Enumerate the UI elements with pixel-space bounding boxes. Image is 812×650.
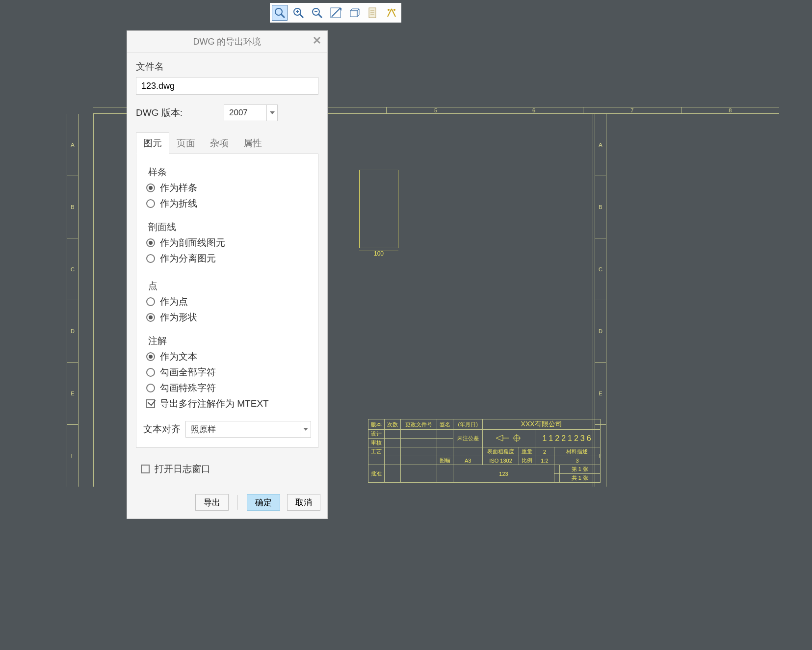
radio-point-as-point[interactable]: 作为点 <box>146 295 311 308</box>
radio-spline-as-spline[interactable]: 作为样条 <box>146 182 311 194</box>
radio-spline-as-polyline[interactable]: 作为折线 <box>146 197 311 210</box>
dialog-title: DWG 的导出环境 <box>127 31 327 52</box>
radio-icon <box>146 384 155 392</box>
chevron-down-icon <box>266 105 277 121</box>
tab-page[interactable]: 页面 <box>169 132 203 154</box>
view-toolbar <box>270 3 401 23</box>
tab-panel-elements: 样条 作为样条 作为折线 剖面线 作为剖面线图元 作为分离图元 点 作为点 <box>136 154 318 448</box>
radio-icon <box>146 183 155 192</box>
svg-marker-30 <box>270 111 275 114</box>
separator <box>237 495 238 510</box>
radio-hatch-as-separate[interactable]: 作为分离图元 <box>146 252 311 265</box>
svg-line-1 <box>281 14 285 18</box>
text-align-dropdown[interactable]: 照原样 <box>185 421 311 438</box>
svg-line-5 <box>300 14 303 18</box>
radio-point-as-shape[interactable]: 作为形状 <box>146 311 311 324</box>
svg-point-0 <box>275 8 282 15</box>
radio-icon <box>146 199 155 208</box>
filename-label: 文件名 <box>136 60 318 73</box>
svg-rect-12 <box>350 11 357 17</box>
filename-input[interactable] <box>136 77 318 95</box>
group-spline-label: 样条 <box>148 166 311 179</box>
group-hatch-label: 剖面线 <box>148 221 311 234</box>
close-icon[interactable] <box>312 36 322 47</box>
radio-hatch-as-hatch[interactable]: 作为剖面线图元 <box>146 236 311 249</box>
check-export-mtext[interactable]: 导出多行注解作为 MTEXT <box>146 397 311 410</box>
sheet-button[interactable] <box>365 5 381 21</box>
radio-icon <box>146 238 155 247</box>
radio-annot-as-text[interactable]: 作为文本 <box>146 350 311 363</box>
check-open-log[interactable]: 打开日志窗口 <box>141 463 316 475</box>
checkbox-icon <box>146 399 155 408</box>
view-3d-button[interactable] <box>346 5 362 21</box>
tab-elements[interactable]: 图元 <box>136 132 169 154</box>
group-point-label: 点 <box>148 280 311 292</box>
export-button[interactable]: 导出 <box>195 494 229 511</box>
dimension-value: 100 <box>374 250 384 257</box>
company-name: XXX有限公司 <box>483 419 601 430</box>
title-block: 版本次数 更改文件号签名 (年月日) XXX有限公司 设计 未注公差 11221… <box>368 419 601 481</box>
zoom-in-button[interactable] <box>290 5 306 21</box>
svg-marker-23 <box>496 435 503 441</box>
svg-line-10 <box>332 9 340 17</box>
checkbox-icon <box>141 465 150 473</box>
misc-tool-button[interactable] <box>384 5 399 21</box>
radio-annot-draw-all[interactable]: 勾画全部字符 <box>146 366 311 379</box>
chevron-down-icon <box>300 421 311 437</box>
ruler-left: ABC DEF <box>67 114 79 487</box>
ok-button[interactable]: 确定 <box>247 494 280 511</box>
svg-point-22 <box>393 9 395 11</box>
svg-marker-31 <box>303 428 308 431</box>
radio-icon <box>146 254 155 263</box>
svg-line-8 <box>318 14 322 18</box>
tab-bar: 图元 页面 杂项 属性 <box>136 132 318 154</box>
zoom-fit-button[interactable] <box>272 5 288 21</box>
radio-icon <box>146 313 155 322</box>
radio-annot-draw-special[interactable]: 勾画特殊字符 <box>146 382 311 394</box>
zoom-window-button[interactable] <box>328 5 343 21</box>
radio-icon <box>146 352 155 361</box>
part-number: 11221236 <box>535 430 601 447</box>
radio-icon <box>146 368 155 377</box>
drawing-entity <box>359 170 398 248</box>
group-annot-label: 注解 <box>148 335 311 347</box>
version-dropdown[interactable]: 2007 <box>224 104 278 121</box>
zoom-out-button[interactable] <box>309 5 325 21</box>
radio-icon <box>146 297 155 306</box>
cancel-button[interactable]: 取消 <box>287 494 320 511</box>
tab-misc[interactable]: 杂项 <box>203 132 236 154</box>
svg-rect-15 <box>369 8 376 18</box>
svg-marker-14 <box>357 9 359 17</box>
export-dwg-dialog: DWG 的导出环境 文件名 DWG 版本: 2007 图元 页面 杂项 属性 样… <box>127 30 328 519</box>
text-align-label: 文本对齐 <box>143 423 181 436</box>
version-label: DWG 版本: <box>136 106 183 119</box>
tab-attrs[interactable]: 属性 <box>236 132 269 154</box>
dialog-footer: 导出 确定 取消 <box>127 488 327 519</box>
svg-point-21 <box>388 9 390 11</box>
